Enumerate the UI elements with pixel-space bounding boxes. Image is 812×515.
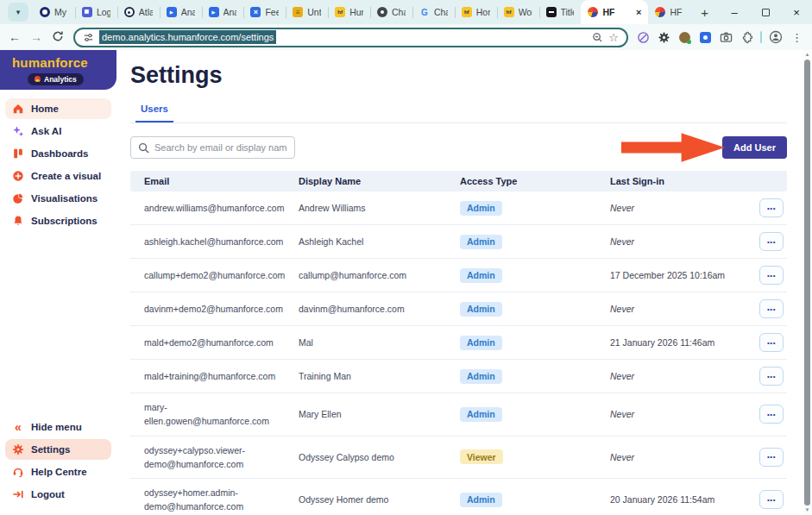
- browser-window: ▾ My Ap Log Se Atlass Analyt Analyt Feed…: [0, 0, 812, 515]
- back-button[interactable]: ←: [7, 30, 22, 44]
- zoom-icon[interactable]: [592, 32, 603, 43]
- plus-icon: +: [701, 5, 708, 20]
- row-actions-button[interactable]: •••: [759, 448, 784, 467]
- tab-close-icon[interactable]: ×: [636, 7, 641, 17]
- logout-arrow-icon: [12, 488, 24, 500]
- scrollbar-thumb[interactable]: [804, 60, 810, 506]
- atlassian-favicon: [124, 7, 135, 17]
- access-type-badge: Admin: [460, 201, 502, 216]
- sidebar-item-dashboards[interactable]: Dashboards: [5, 143, 111, 164]
- brand-wordmark: humanforce: [12, 55, 116, 70]
- sidebar-item-help-centre[interactable]: Help Centre: [5, 462, 111, 482]
- browser-tab[interactable]: HF An: [648, 0, 690, 24]
- browser-tab[interactable]: Chat g: [412, 0, 455, 24]
- maximize-button[interactable]: [750, 0, 781, 24]
- forward-button[interactable]: →: [28, 30, 44, 44]
- table-row: mald+training@humanforce.com Training Ma…: [130, 360, 787, 393]
- url-text[interactable]: demo.analytics.humanforce.com/settings: [99, 30, 276, 44]
- user-search[interactable]: [130, 136, 295, 159]
- table-row: mary-ellen.gowen@humanforce.com Mary Ell…: [130, 393, 787, 436]
- row-actions-button[interactable]: •••: [759, 367, 784, 386]
- tab-users[interactable]: Users: [135, 104, 173, 122]
- maximize-icon: [762, 9, 770, 16]
- address-bar[interactable]: demo.analytics.humanforce.com/settings ☆: [73, 28, 628, 47]
- access-type-badge: Admin: [460, 336, 502, 350]
- user-display-name: Andrew Williams: [299, 203, 460, 213]
- access-type-badge: Admin: [460, 407, 502, 422]
- sidebar-item-ask-ai[interactable]: Ask AI: [5, 121, 111, 141]
- access-type-badge: Admin: [460, 268, 502, 283]
- browser-toolbar: ← → demo.analytics.humanforce.com/settin…: [0, 24, 812, 50]
- access-type-badge: Admin: [460, 493, 502, 507]
- last-signin: Never: [610, 203, 749, 213]
- reload-icon: [52, 30, 64, 42]
- app-area: humanforce Analytics Home Ask AI Dashboa…: [0, 50, 812, 515]
- google-favicon: [419, 7, 430, 17]
- row-actions-button[interactable]: •••: [759, 490, 784, 509]
- screenshot-camera-icon[interactable]: [719, 30, 733, 45]
- sidebar-item-settings[interactable]: Settings: [5, 439, 111, 460]
- table-row: davinm+demo2@humanforce.com davinm@human…: [130, 292, 787, 326]
- browser-tab[interactable]: Workf: [497, 0, 539, 24]
- user-email: odyssey+calypso.viewer-demo@humanforce.c…: [130, 443, 299, 472]
- minimize-button[interactable]: –: [719, 0, 750, 24]
- row-actions-button[interactable]: •••: [759, 299, 784, 318]
- row-actions-button[interactable]: •••: [759, 232, 784, 251]
- browser-tab[interactable]: Untitle: [286, 0, 328, 24]
- browser-tab[interactable]: Analyt: [202, 0, 244, 24]
- settings-tabs: Users: [130, 100, 787, 123]
- browser-tab[interactable]: Log Se: [75, 0, 117, 24]
- browser-tab[interactable]: Humar: [328, 0, 370, 24]
- sidebar-footer: « Hide menu Settings Help Centre Logout: [0, 415, 116, 515]
- browser-tab[interactable]: Title: [539, 0, 582, 24]
- last-signin: Never: [610, 409, 749, 419]
- add-user-button[interactable]: Add User: [722, 136, 787, 159]
- browser-tab[interactable]: ChatG: [370, 0, 412, 24]
- sidebar-item-home[interactable]: Home: [5, 98, 111, 119]
- new-tab-button[interactable]: +: [690, 5, 719, 20]
- myapp-favicon: [40, 7, 50, 17]
- table-row: odyssey+calypso.viewer-demo@humanforce.c…: [130, 436, 787, 480]
- row-actions-button[interactable]: •••: [759, 333, 784, 352]
- sidebar-item-logout[interactable]: Logout: [5, 484, 111, 505]
- row-actions-button[interactable]: •••: [759, 266, 784, 285]
- row-actions-button[interactable]: •••: [759, 198, 784, 217]
- browser-tab[interactable]: Home: [455, 0, 497, 24]
- tab-search-button[interactable]: ▾: [8, 3, 28, 22]
- page-scrollbar[interactable]: ▲ ▼: [803, 50, 812, 515]
- sidebar-item-hide-menu[interactable]: « Hide menu: [5, 417, 111, 437]
- sidebar-item-create-visual[interactable]: Create a visual: [5, 166, 111, 186]
- profile-avatar[interactable]: [768, 30, 783, 45]
- sidebar-item-visualisations[interactable]: Visualisations: [5, 188, 111, 209]
- pie-chart-icon: [12, 192, 24, 204]
- user-display-name: Training Man: [299, 371, 460, 381]
- scroll-up-icon[interactable]: ▲: [805, 51, 810, 59]
- close-button[interactable]: ×: [781, 0, 812, 24]
- scroll-down-icon[interactable]: ▼: [805, 506, 810, 514]
- access-type-badge: Admin: [460, 302, 502, 317]
- extension-avatar-icon[interactable]: [677, 30, 692, 45]
- extensions-puzzle-icon[interactable]: [740, 30, 754, 45]
- user-email: andrew.williams@humanforce.com: [130, 201, 299, 215]
- user-email: ashleigh.kachel@humanforce.com: [130, 235, 299, 248]
- bookmark-star-icon[interactable]: ☆: [608, 31, 619, 44]
- row-actions-button[interactable]: •••: [759, 405, 784, 424]
- page-title: Settings: [130, 62, 787, 89]
- browser-tab[interactable]: My Ap: [33, 0, 75, 24]
- table-row: mald+demo2@humanforce.com Mal Admin 21 J…: [130, 326, 787, 360]
- extension-slash-icon[interactable]: [636, 30, 651, 45]
- browser-menu-kebab-icon[interactable]: ⋮: [789, 31, 805, 44]
- last-signin: 17 December 2025 10:16am: [610, 270, 749, 280]
- user-display-name: Odyssey Homer demo: [299, 494, 460, 505]
- extension-blue-gear-icon[interactable]: [698, 30, 713, 45]
- browser-tab[interactable]: Analyt: [160, 0, 202, 24]
- reload-button[interactable]: [50, 30, 66, 45]
- extension-gear-icon[interactable]: [657, 30, 671, 45]
- browser-tab-active[interactable]: HF×: [581, 0, 648, 24]
- humanforce-favicon: [655, 7, 665, 17]
- browser-tab[interactable]: Atlass: [117, 0, 160, 24]
- sidebar-item-subscriptions[interactable]: Subscriptions: [5, 210, 111, 231]
- search-input[interactable]: [154, 142, 287, 153]
- browser-tab[interactable]: Feedb: [243, 0, 286, 24]
- site-info-icon[interactable]: [83, 32, 94, 43]
